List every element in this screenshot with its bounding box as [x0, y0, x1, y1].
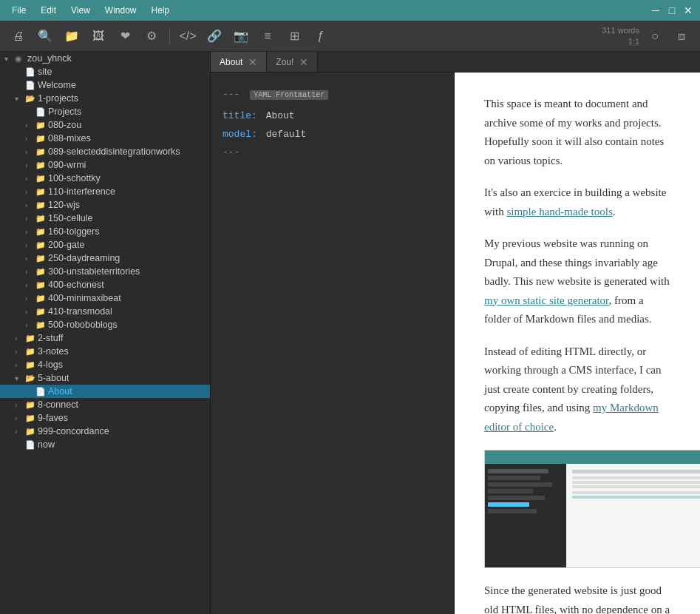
tab-about[interactable]: About ✕	[211, 52, 267, 72]
folder-icon: 📁	[35, 320, 46, 330]
sidebar: ▾ ◉ zou_yhnck 📄 site 📄 Welcome ▾ 📂 1-pro…	[0, 52, 211, 614]
embed-button[interactable]: </>	[177, 25, 199, 47]
close-button[interactable]: ✕	[682, 4, 694, 16]
sidebar-item-label: 088-mixes	[48, 133, 91, 144]
fm-delimiter-close: ---	[222, 146, 239, 158]
fm-delimiter-open: ---	[222, 89, 239, 100]
sidebar-item-5-about[interactable]: ▾📂5-about	[0, 371, 210, 385]
sidebar-item-label: 400-minimaxibeat	[48, 293, 121, 303]
sidebar-item-label: now	[38, 439, 55, 450]
sidebar-item-label: 160-tolggers	[48, 226, 100, 237]
sidebar-item-label: 120-wjs	[48, 200, 80, 210]
chevron-right-icon: ›	[25, 254, 35, 263]
link-simple-tools[interactable]: simple hand-made tools	[506, 206, 612, 217]
sidebar-item-8-connect[interactable]: ›📁8-connect	[0, 398, 210, 411]
sidebar-item-label: site	[38, 67, 52, 77]
sidebar-item-089[interactable]: ›📁089-selecteddisintegrationworks	[0, 145, 210, 158]
sidebar-item-150[interactable]: ›📁150-cellule	[0, 212, 210, 225]
sidebar-item-100[interactable]: ›📁100-schottky	[0, 172, 210, 185]
sidebar-item-2-stuff[interactable]: ›📁2-stuff	[0, 331, 210, 345]
word-count: 311 words 1:1	[602, 25, 639, 47]
sidebar-item-label: 150-cellule	[48, 213, 92, 223]
chevron-right-icon: ›	[25, 281, 35, 289]
sidebar-item-label: 090-wrmi	[48, 160, 86, 170]
sidebar-item-250[interactable]: ›📁250-daydreaming	[0, 252, 210, 265]
chevron-right-icon: ›	[15, 401, 25, 409]
sidebar-item-090-wrmi[interactable]: ›📁090-wrmi	[0, 158, 210, 172]
sidebar-item-160[interactable]: ›📁160-tolggers	[0, 225, 210, 238]
fm-title-key: title:	[222, 110, 257, 121]
table-button[interactable]: ⊞	[283, 25, 305, 47]
sidebar-item-projects[interactable]: 📄 Projects	[0, 105, 210, 118]
tab-close-about[interactable]: ✕	[248, 57, 257, 67]
split-view-button[interactable]: ⧈	[670, 25, 693, 47]
sidebar-item-label: Projects	[48, 107, 81, 117]
fn-button[interactable]: ƒ	[310, 25, 332, 47]
sidebar-item-label: 110-interference	[48, 186, 115, 197]
sidebar-root[interactable]: ▾ ◉ zou_yhnck	[0, 52, 210, 65]
sidebar-item-999[interactable]: ›📁999-concordance	[0, 425, 210, 438]
word-count-value: 311 words	[602, 25, 639, 36]
chevron-down-icon: ▾	[4, 55, 15, 63]
sidebar-item-welcome[interactable]: 📄 Welcome	[0, 78, 210, 92]
tab-zou[interactable]: Zou! ✕	[267, 52, 318, 72]
menu-edit[interactable]: Edit	[35, 4, 62, 17]
print-button[interactable]: 🖨	[7, 25, 30, 47]
list-button[interactable]: ≡	[256, 25, 279, 47]
open-folder-button[interactable]: 📁	[61, 25, 83, 47]
sidebar-item-1-projects[interactable]: ▾ 📂 1-projects	[0, 92, 210, 105]
settings-button[interactable]: ⚙	[140, 25, 163, 47]
folder-icon: 📁	[35, 214, 46, 223]
fm-title-val: About	[266, 110, 295, 121]
sidebar-item-label: 2-stuff	[38, 333, 64, 343]
markdown-pane[interactable]: --- YAML Frontmatter title: About model:…	[211, 72, 455, 614]
sidebar-item-about[interactable]: 📄About	[0, 385, 210, 398]
chevron-right-icon: ›	[25, 308, 35, 316]
sidebar-item-label: Welcome	[38, 80, 76, 90]
sidebar-item-3-notes[interactable]: ›📁3-notes	[0, 345, 210, 358]
sidebar-item-label: 8-connect	[38, 399, 78, 410]
minimize-button[interactable]: ─	[650, 4, 662, 16]
file-icon: 📄	[25, 67, 35, 77]
search2-button[interactable]: ○	[644, 25, 666, 47]
menu-window[interactable]: Window	[99, 4, 143, 17]
sidebar-item-200[interactable]: ›📁200-gate	[0, 238, 210, 252]
favorites-button[interactable]: ❤	[114, 25, 136, 47]
chevron-down-icon: ▾	[15, 95, 25, 103]
preview-pane[interactable]: This space is meant to document and arch…	[455, 72, 700, 614]
menu-help[interactable]: Help	[146, 4, 176, 17]
chevron-right-icon: ›	[25, 148, 35, 156]
sidebar-item-400-mini[interactable]: ›📁400-minimaxibeat	[0, 291, 210, 305]
editor-split: --- YAML Frontmatter title: About model:…	[211, 72, 700, 614]
sidebar-item-120[interactable]: ›📁120-wjs	[0, 198, 210, 212]
sidebar-item-now[interactable]: 📄now	[0, 438, 210, 451]
file-icon: 📄	[35, 387, 46, 397]
sidebar-item-4-logs[interactable]: ›📁4-logs	[0, 358, 210, 371]
tab-close-zou[interactable]: ✕	[299, 57, 308, 67]
sidebar-item-500[interactable]: ›📁500-roboboblogs	[0, 318, 210, 331]
sidebar-item-110[interactable]: ›📁110-interference	[0, 185, 210, 198]
sidebar-item-label: 410-transmodal	[48, 306, 112, 317]
link-button[interactable]: 🔗	[203, 25, 225, 47]
folder-icon: 📁	[35, 187, 46, 197]
image-button[interactable]: 🖼	[87, 25, 109, 47]
sidebar-item-080-zou[interactable]: ›📁080-zou	[0, 118, 210, 132]
folder-icon: 📁	[25, 334, 35, 343]
sidebar-item-400-echo[interactable]: ›📁400-echonest	[0, 278, 210, 291]
search-button[interactable]: 🔍	[34, 25, 56, 47]
sidebar-item-410[interactable]: ›📁410-transmodal	[0, 305, 210, 318]
sidebar-item-300[interactable]: ›📁300-unstableterritories	[0, 265, 210, 278]
sidebar-item-label: 250-daydreaming	[48, 253, 120, 263]
menu-view[interactable]: View	[65, 4, 96, 17]
sidebar-item-site[interactable]: 📄 site	[0, 65, 210, 78]
maximize-button[interactable]: □	[666, 4, 678, 16]
fm-model-key: model:	[222, 129, 257, 140]
sidebar-item-9-faves[interactable]: ›📁9-faves	[0, 411, 210, 425]
sidebar-item-088-mixes[interactable]: ›📁088-mixes	[0, 132, 210, 145]
image2-button[interactable]: 📷	[230, 25, 252, 47]
sidebar-item-label: 100-schottky	[48, 173, 101, 183]
menu-file[interactable]: File	[6, 4, 32, 17]
link-static-generator[interactable]: my own static site generator	[484, 294, 609, 306]
editor-area: About ✕ Zou! ✕ --- YAML Frontmatter titl…	[211, 52, 700, 614]
folder-icon: 📁	[25, 347, 35, 357]
